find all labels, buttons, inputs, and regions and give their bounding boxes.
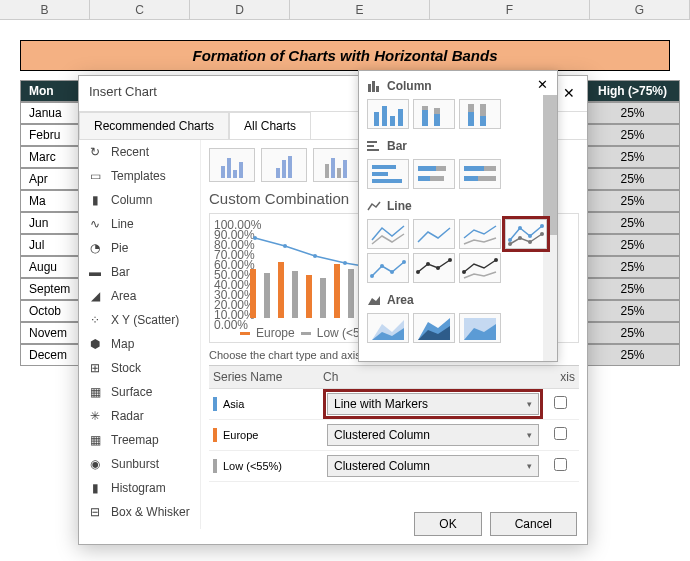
thumb-stacked-line[interactable] <box>413 219 455 249</box>
sidebar-item-surface[interactable]: ▦Surface <box>79 380 200 404</box>
surface-icon: ▦ <box>87 385 103 399</box>
thumb-stacked-column[interactable] <box>413 99 455 129</box>
thumb-area[interactable] <box>367 313 409 343</box>
combo-template-3[interactable] <box>313 148 359 182</box>
high-cell[interactable]: 25% <box>585 322 680 344</box>
thumb-100-stacked-line[interactable] <box>459 219 501 249</box>
high-cell[interactable]: 25% <box>585 278 680 300</box>
svg-rect-17 <box>468 104 474 112</box>
secondary-axis-checkbox[interactable] <box>545 458 575 474</box>
sidebar-item-stock[interactable]: ⊞Stock <box>79 356 200 380</box>
thumb-100-stacked-area[interactable] <box>459 313 501 343</box>
high-cell[interactable]: 25% <box>585 124 680 146</box>
chevron-down-icon: ▾ <box>527 430 532 440</box>
series-type-dropdown[interactable]: Line with Markers▾ <box>327 393 539 415</box>
chevron-down-icon: ▾ <box>527 461 532 471</box>
sidebar-item-column[interactable]: ▮Column <box>79 188 200 212</box>
sidebar-item-bar[interactable]: ▬Bar <box>79 260 200 284</box>
high-cell[interactable]: 25% <box>585 168 680 190</box>
col-d[interactable]: D <box>190 0 290 19</box>
close-icon[interactable]: ✕ <box>559 84 579 104</box>
svg-point-3 <box>343 261 347 265</box>
col-c[interactable]: C <box>90 0 190 19</box>
svg-rect-25 <box>372 179 402 183</box>
series-name: Asia <box>223 398 321 410</box>
series-table: Series Name Ch xis Asia Line with Marker… <box>209 365 579 482</box>
combo-template-2[interactable] <box>261 148 307 182</box>
tab-all-charts[interactable]: All Charts <box>229 112 311 139</box>
sidebar-item-radar[interactable]: ✳Radar <box>79 404 200 428</box>
col-f[interactable]: F <box>430 0 590 19</box>
popover-close-icon[interactable]: ✕ <box>533 77 551 95</box>
col-e[interactable]: E <box>290 0 430 19</box>
series-head-type: Ch <box>323 370 535 384</box>
sidebar-item-x-y--scatter-[interactable]: ⁘X Y (Scatter) <box>79 308 200 332</box>
high-cell[interactable]: 25% <box>585 300 680 322</box>
thumb-stacked-line-markers[interactable] <box>367 253 409 283</box>
sidebar-item-waterfall[interactable]: ▮Waterfall <box>79 524 200 529</box>
high-cell[interactable]: 25% <box>585 146 680 168</box>
treemap-icon: ▦ <box>87 433 103 447</box>
secondary-axis-checkbox[interactable] <box>545 396 575 412</box>
thumb-3d-line[interactable] <box>459 253 501 283</box>
column-icon: ▮ <box>87 193 103 207</box>
series-type-dropdown[interactable]: Clustered Column▾ <box>327 424 539 446</box>
thumb-100-stacked-bar[interactable] <box>459 159 501 189</box>
sidebar-item-sunburst[interactable]: ◉Sunburst <box>79 452 200 476</box>
sidebar-item-treemap[interactable]: ▦Treemap <box>79 428 200 452</box>
thumb-100-stacked-column[interactable] <box>459 99 501 129</box>
bar-icon: ▬ <box>87 265 103 279</box>
series-row: Asia Line with Markers▾ <box>209 389 579 420</box>
high-cell[interactable]: 25% <box>585 344 680 366</box>
thumb-line[interactable] <box>367 219 409 249</box>
thumb-stacked-bar[interactable] <box>413 159 455 189</box>
sidebar-item-templates[interactable]: ▭Templates <box>79 164 200 188</box>
svg-rect-11 <box>398 109 403 126</box>
svg-rect-15 <box>434 108 440 114</box>
chart-type-popover: ✕ Column Bar Line Area <box>358 70 558 362</box>
sidebar-item-recent[interactable]: ↻Recent <box>79 140 200 164</box>
high-cell[interactable]: 25% <box>585 102 680 124</box>
sidebar-item-map[interactable]: ⬢Map <box>79 332 200 356</box>
high-cell[interactable]: 25% <box>585 212 680 234</box>
series-type-dropdown[interactable]: Clustered Column▾ <box>327 455 539 477</box>
sidebar-item-box---whisker[interactable]: ⊟Box & Whisker <box>79 500 200 524</box>
page-title: Formation of Charts with Horizontal Band… <box>20 40 670 71</box>
thumb-clustered-column[interactable] <box>367 99 409 129</box>
svg-rect-12 <box>422 110 428 126</box>
svg-point-51 <box>494 258 498 262</box>
svg-point-43 <box>380 264 384 268</box>
sidebar-item-pie[interactable]: ◔Pie <box>79 236 200 260</box>
svg-point-2 <box>313 254 317 258</box>
sidebar-item-histogram[interactable]: ▮Histogram <box>79 476 200 500</box>
thumb-line-with-markers[interactable] <box>505 219 547 249</box>
radar-icon: ✳ <box>87 409 103 423</box>
thumb-clustered-bar[interactable] <box>367 159 409 189</box>
box & whisker-icon: ⊟ <box>87 505 103 519</box>
svg-marker-52 <box>368 296 380 305</box>
thumb-stacked-area[interactable] <box>413 313 455 343</box>
series-row: Low (<55%) Clustered Column▾ <box>209 451 579 482</box>
combo-template-1[interactable] <box>209 148 255 182</box>
high-cell[interactable]: 25% <box>585 190 680 212</box>
worksheet-right: High (>75%) 25%25%25%25%25%25%25%25%25%2… <box>585 80 680 366</box>
popover-section-bar: Bar <box>367 139 549 153</box>
ok-button[interactable]: OK <box>414 512 481 536</box>
secondary-axis-checkbox[interactable] <box>545 427 575 443</box>
col-b[interactable]: B <box>0 0 90 19</box>
series-color-mark <box>213 397 217 411</box>
cancel-button[interactable]: Cancel <box>490 512 577 536</box>
popover-section-line: Line <box>367 199 549 213</box>
svg-point-1 <box>283 244 287 248</box>
high-cell[interactable]: 25% <box>585 256 680 278</box>
high-cell[interactable]: 25% <box>585 234 680 256</box>
area-icon: ◢ <box>87 289 103 303</box>
sidebar-item-area[interactable]: ◢Area <box>79 284 200 308</box>
tab-recommended[interactable]: Recommended Charts <box>79 112 229 139</box>
col-g[interactable]: G <box>590 0 690 19</box>
thumb-100-stacked-line-markers[interactable] <box>413 253 455 283</box>
series-color-mark <box>213 459 217 473</box>
sidebar-item-line[interactable]: ∿Line <box>79 212 200 236</box>
svg-point-50 <box>462 270 466 274</box>
sunburst-icon: ◉ <box>87 457 103 471</box>
